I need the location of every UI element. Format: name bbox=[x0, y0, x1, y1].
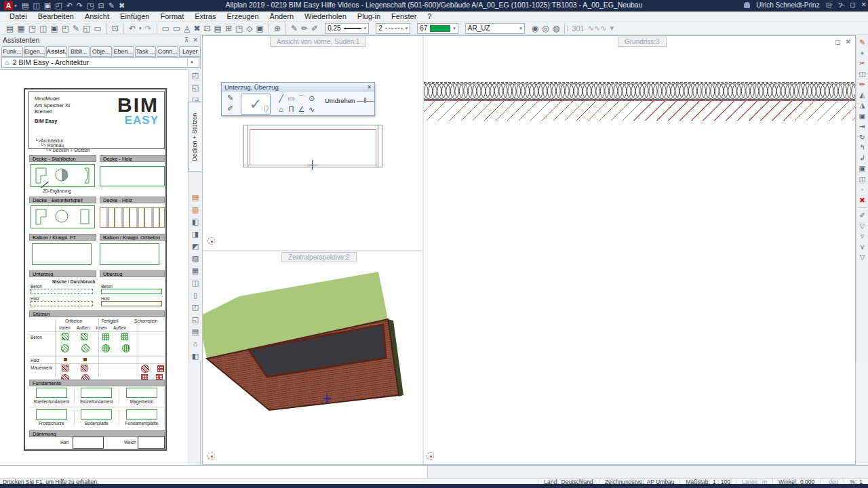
fundament-item[interactable]: Fundamentplatte bbox=[119, 409, 165, 426]
panel-tab[interactable]: Conn... bbox=[157, 46, 178, 57]
toolbar-icon[interactable]: ◫ bbox=[39, 22, 47, 35]
line-style-select[interactable]: 2 ▾ bbox=[376, 23, 410, 34]
pick-element-icon[interactable]: ✎ bbox=[227, 94, 233, 102]
chevron-down-icon[interactable]: ▾ bbox=[610, 24, 614, 33]
model-tool-icon[interactable]: ◰ bbox=[189, 301, 202, 313]
mirror-icon[interactable]: ◫ bbox=[856, 69, 868, 80]
layer-tool-icon[interactable]: ◍ bbox=[553, 22, 559, 35]
dialog-line[interactable] bbox=[0, 465, 868, 479]
redo-icon[interactable]: ↷ bbox=[144, 22, 151, 35]
fundament-item[interactable]: Frostschürze bbox=[29, 409, 75, 426]
line-tool-icon[interactable]: ╱ bbox=[276, 94, 286, 103]
layer-tool-icon[interactable]: ◎ bbox=[542, 22, 549, 35]
menu-item[interactable]: Erzeugen bbox=[221, 12, 264, 20]
menu-item[interactable]: Fenster bbox=[386, 12, 422, 20]
view-tool-icon[interactable]: ◱ bbox=[189, 81, 202, 94]
redline-icon[interactable]: ✏ bbox=[856, 79, 868, 90]
format-pen-icon[interactable]: ✐ bbox=[311, 22, 318, 35]
toolbar-icon[interactable]: ▦ bbox=[17, 22, 24, 35]
scale-icon[interactable]: ◭ bbox=[856, 90, 868, 101]
offset-icon[interactable]: ↲ bbox=[856, 153, 868, 164]
fundament-item[interactable]: Magerbeton bbox=[119, 388, 165, 404]
beton-ortbeton-circles[interactable] bbox=[61, 344, 90, 352]
beton-fertigteil-squares[interactable] bbox=[102, 333, 128, 340]
mirror-copy-icon[interactable]: ↰ bbox=[856, 142, 868, 153]
viewport-label-elevation[interactable]: Ansicht von vorne, Süden:1 bbox=[270, 37, 366, 47]
menu-item[interactable]: Ändern bbox=[264, 12, 299, 20]
model-tool-icon[interactable]: ▦ bbox=[189, 264, 202, 277]
mauerwerk-squares[interactable] bbox=[62, 365, 87, 371]
close-button[interactable]: ✕ bbox=[861, 1, 867, 8]
unterzug-beton-symbol[interactable] bbox=[31, 289, 93, 294]
model-tool-icon[interactable]: ◫ bbox=[189, 277, 202, 289]
daemmung-weich-symbol[interactable] bbox=[138, 436, 165, 449]
decke-betonfertigteil-symbol[interactable] bbox=[31, 205, 95, 230]
copy-icon[interactable]: ▣ bbox=[856, 111, 868, 122]
menu-item[interactable]: Extras bbox=[189, 12, 221, 20]
side-tab-decken-stuetzen[interactable]: Decken + Stützen bbox=[188, 102, 201, 172]
undo-icon[interactable]: ↶ bbox=[129, 22, 136, 35]
unterzug-holz-symbol[interactable] bbox=[31, 301, 93, 306]
panel-tab[interactable]: Bibli... bbox=[68, 46, 90, 57]
model-tool-icon[interactable]: ◧ bbox=[189, 216, 202, 228]
toolbar-icon[interactable]: ⊡ bbox=[112, 22, 119, 35]
daemmung-hart-symbol[interactable] bbox=[73, 436, 104, 449]
toolbar-icon[interactable]: ▭ bbox=[162, 22, 170, 35]
menu-item[interactable]: Plug-in bbox=[352, 12, 386, 20]
cart-icon[interactable]: ⊟ bbox=[826, 1, 832, 9]
panel-tab[interactable]: Eben... bbox=[113, 46, 134, 57]
panel-tab[interactable]: Task ... bbox=[135, 46, 157, 57]
filter2-icon[interactable]: ▿ bbox=[856, 231, 868, 242]
move-icon[interactable]: ⇥ bbox=[856, 121, 868, 132]
layer-red-icon[interactable]: ▤ bbox=[189, 191, 202, 203]
model-tool-icon[interactable]: ◩ bbox=[189, 240, 202, 252]
toolbar-icon[interactable]: ◱ bbox=[83, 22, 90, 35]
rotate-icon[interactable]: ↻ bbox=[856, 132, 868, 143]
menu-item[interactable]: ? bbox=[422, 12, 437, 20]
viewport-label-perspective[interactable]: Zentralperspektive:2 bbox=[281, 252, 357, 262]
schornstein-row1[interactable] bbox=[141, 365, 164, 373]
maximize-button[interactable]: ◻ bbox=[850, 1, 855, 8]
panel-tab[interactable]: Eigen... bbox=[24, 46, 45, 57]
viewport-maximize-icon[interactable]: ◻ bbox=[835, 38, 840, 45]
box-icon[interactable]: ▫ bbox=[856, 184, 868, 195]
user-icon[interactable] bbox=[744, 2, 750, 8]
balkon-ft-symbol[interactable] bbox=[32, 243, 92, 265]
toolbar-icon[interactable]: ✎ bbox=[73, 22, 79, 35]
toolbar-icon[interactable]: ◬ bbox=[184, 22, 190, 35]
rectangle-tool-icon[interactable]: ▭ bbox=[286, 94, 296, 103]
menu-item[interactable]: Wiederholen bbox=[299, 12, 352, 20]
view-tool-icon[interactable]: ◰ bbox=[189, 69, 202, 81]
format-pen-icon[interactable]: ✎ bbox=[291, 22, 298, 35]
trim-icon[interactable]: ✂ bbox=[856, 58, 868, 69]
draw-icon[interactable]: ✎ bbox=[856, 37, 868, 48]
pick-icon[interactable]: ✐ bbox=[856, 210, 868, 221]
filter1-icon[interactable]: ▽ bbox=[856, 221, 868, 232]
spline-tool-icon[interactable]: ∿ bbox=[307, 104, 317, 114]
model-tool-icon[interactable]: ▤ bbox=[189, 325, 202, 338]
model-tool-icon[interactable]: ◧ bbox=[189, 350, 202, 362]
point-icon[interactable]: ⌖ bbox=[856, 48, 868, 59]
toolbar-icon[interactable]: ▭ bbox=[94, 22, 101, 35]
toolbar-icon[interactable]: ◰ bbox=[62, 22, 69, 35]
assistant-canvas[interactable]: MindModelAm Speicher XIBremen BIM Easy └… bbox=[0, 69, 188, 465]
model-tool-icon[interactable]: ◨ bbox=[189, 228, 202, 240]
panel-tab[interactable]: Funk... bbox=[1, 46, 23, 57]
fundament-item[interactable]: Streifenfundament bbox=[29, 388, 75, 404]
model-tool-icon[interactable]: ▯ bbox=[189, 289, 202, 301]
ueberzug-holz-symbol[interactable] bbox=[101, 301, 162, 306]
viewport-label-plan[interactable]: Grundriss:3 bbox=[618, 37, 667, 47]
arc-tool-icon[interactable]: ⌒ bbox=[296, 94, 307, 103]
model-tool-icon[interactable]: ▨ bbox=[189, 252, 202, 264]
unterzug-toolbar-titlebar[interactable]: Unterzug, Überzug ✕ bbox=[222, 83, 374, 92]
layer-red2-icon[interactable]: ▥ bbox=[189, 203, 202, 216]
viewport-plan[interactable]: Grundriss:3 ◻ ✕ bbox=[424, 36, 855, 464]
close-icon[interactable]: ✕ bbox=[367, 84, 372, 90]
polyline-tool-icon[interactable]: ∠ bbox=[296, 104, 307, 114]
align-icon[interactable]: ◫ bbox=[856, 174, 868, 185]
user-name[interactable]: Ulrich Schneidt-Prinz bbox=[756, 1, 819, 9]
toolbar-icon[interactable]: ◳ bbox=[235, 22, 243, 35]
toolbar-icon[interactable]: ▣ bbox=[50, 22, 58, 35]
duplicate-icon[interactable]: ▣ bbox=[856, 163, 868, 174]
panel-tab[interactable]: Assist... bbox=[46, 46, 68, 57]
